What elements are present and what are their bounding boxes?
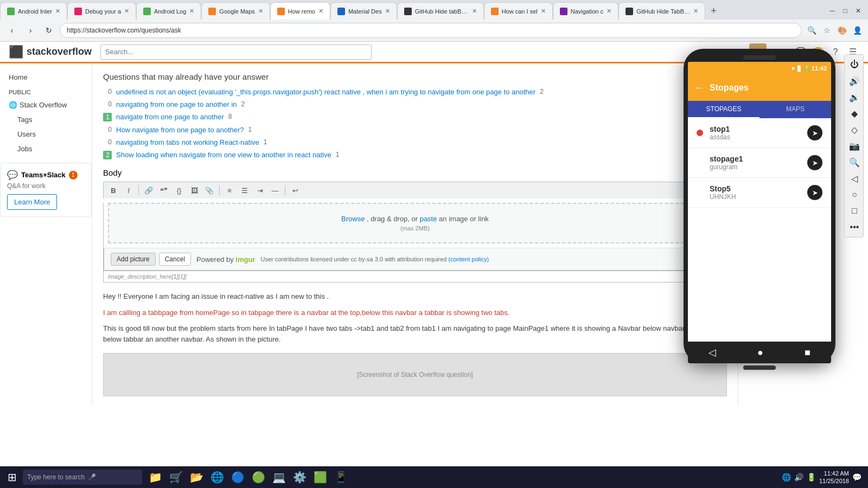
tab-close-9[interactable]: ✕ (607, 8, 611, 15)
brightness-button[interactable]: ◆ (847, 106, 862, 121)
close-button[interactable]: ✕ (853, 5, 864, 16)
back-button[interactable]: ‹ (4, 23, 20, 38)
start-button[interactable]: ⊞ (2, 467, 22, 487)
minimize-button[interactable]: ─ (827, 5, 838, 16)
search-input[interactable] (100, 44, 372, 60)
italic-button[interactable]: I (122, 184, 135, 196)
sidebar-item-jobs[interactable]: Jobs (0, 142, 92, 156)
phone-back-button[interactable]: ← (694, 82, 704, 94)
battery-status-icon[interactable]: 🔋 (807, 473, 816, 481)
browser-tab-3[interactable]: Android Log ✕ (136, 2, 201, 20)
tab-close-4[interactable]: ✕ (258, 8, 263, 15)
browser-tab-9[interactable]: Navigation c ✕ (553, 2, 619, 20)
browser-tab-8[interactable]: How can I sel ✕ (484, 2, 553, 20)
tab-close-7[interactable]: ✕ (472, 8, 477, 15)
tab-close-10[interactable]: ✕ (693, 8, 698, 15)
taskbar-app-4[interactable]: 🌐 (207, 467, 227, 487)
search-icon[interactable]: 🔍 (805, 24, 818, 37)
browser-tab-6[interactable]: Material Des ✕ (330, 2, 397, 20)
stop-nav-3[interactable]: ➤ (807, 185, 822, 200)
forward-button[interactable]: › (23, 23, 38, 38)
phone-tab-stopages[interactable]: STOPAGES (688, 101, 760, 118)
network-icon[interactable]: 🌐 (782, 473, 791, 481)
url-bar[interactable]: https://stackoverflow.com/questions/ask (60, 23, 802, 38)
sound-icon[interactable]: 🔊 (794, 473, 803, 481)
more-button[interactable]: ••• (847, 220, 862, 235)
indent-button[interactable]: ⇥ (253, 184, 266, 196)
sidebar-item-tags[interactable]: Tags (0, 112, 92, 127)
phone-recents-icon[interactable]: ■ (805, 347, 810, 358)
browser-tab-10[interactable]: GitHub Hide TabBar f ✕ (618, 2, 705, 20)
taskbar-app-2[interactable]: 🛒 (166, 467, 186, 487)
volume-down-button[interactable]: 🔉 (847, 89, 862, 105)
camera-button[interactable]: 📷 (847, 138, 862, 153)
link-button[interactable]: 🔗 (142, 184, 155, 196)
code-button[interactable]: {} (173, 184, 186, 196)
editor-area[interactable]: Browse , drag & drop, or paste an image … (103, 203, 727, 271)
tab-close-1[interactable]: ✕ (55, 8, 60, 15)
power-button[interactable]: ⏻ (847, 57, 862, 72)
back-ctrl-button[interactable]: ◁ (847, 171, 862, 186)
taskbar-mic-icon[interactable]: 🎤 (88, 473, 96, 481)
taskbar-app-5[interactable]: 🔵 (228, 467, 247, 487)
taskbar-app-3[interactable]: 📂 (187, 467, 206, 487)
phone-back-nav-icon[interactable]: ◁ (709, 346, 716, 358)
taskbar-app-6[interactable]: 🟢 (248, 467, 268, 487)
paste-link[interactable]: paste (420, 215, 437, 223)
learn-more-button[interactable]: Learn More (7, 194, 57, 210)
browse-link[interactable]: Browse (341, 215, 365, 223)
content-policy-link[interactable]: (content policy) (449, 256, 489, 262)
notification-icon[interactable]: 💬 (852, 473, 861, 481)
sidebar-item-home[interactable]: Home (0, 70, 92, 85)
stop-nav-2[interactable]: ➤ (807, 155, 822, 170)
eraser-button[interactable]: ◇ (847, 122, 862, 137)
circle-button[interactable]: ○ (847, 187, 862, 202)
tab-close-8[interactable]: ✕ (541, 8, 546, 15)
reload-button[interactable]: ↻ (41, 23, 56, 38)
ordered-list-button[interactable]: ≡ (223, 184, 236, 196)
phone-tab-maps[interactable]: MAPS (760, 101, 831, 118)
stop-nav-1[interactable]: ➤ (807, 125, 822, 140)
add-picture-button[interactable]: Add picture (111, 253, 156, 266)
q-link-4[interactable]: How navigate from one page to another? (116, 126, 244, 134)
browser-tab-1[interactable]: Android Inter ✕ (0, 2, 67, 20)
q-link-5[interactable]: navigating from tabs not working React-n… (116, 138, 259, 146)
color-icon[interactable]: 🎨 (835, 24, 848, 37)
bookmark-icon[interactable]: ☆ (820, 24, 833, 37)
phone-home-icon[interactable]: ● (757, 347, 763, 358)
sidebar-item-users[interactable]: Users (0, 127, 92, 142)
bold-button[interactable]: B (107, 184, 120, 196)
browser-tab-4[interactable]: Google Maps ✕ (201, 2, 270, 20)
q-link-2[interactable]: navigating from one page to another in (116, 100, 237, 108)
maximize-button[interactable]: □ (840, 5, 851, 16)
taskbar-app-10[interactable]: 📱 (331, 467, 350, 487)
zoom-in-button[interactable]: 🔍 (847, 155, 862, 170)
image-button[interactable]: 🖼 (188, 184, 201, 196)
undo-button[interactable]: ↩ (289, 184, 302, 196)
attachment-button[interactable]: 📎 (203, 184, 216, 196)
system-clock[interactable]: 11:42 AM 11/25/2018 (819, 470, 849, 485)
taskbar-app-8[interactable]: ⚙️ (290, 467, 309, 487)
sidebar-item-stackoverflow[interactable]: 🌐 Stack Overflow (0, 98, 92, 112)
tab-close-2[interactable]: ✕ (124, 8, 129, 15)
taskbar-app-9[interactable]: 🟩 (310, 467, 330, 487)
taskbar-app-7[interactable]: 💻 (269, 467, 289, 487)
cancel-button[interactable]: Cancel (159, 253, 191, 266)
browser-tab-2[interactable]: Debug your a ✕ (67, 2, 136, 20)
browser-tab-7[interactable]: GitHub Hide tabBar f ✕ (397, 2, 484, 20)
q-link-3[interactable]: navigate from one page to another (116, 113, 224, 121)
taskbar-app-1[interactable]: 📁 (145, 467, 165, 487)
tab-close-6[interactable]: ✕ (385, 8, 390, 15)
browser-tab-5[interactable]: How remo ✕ (270, 2, 330, 20)
unordered-list-button[interactable]: ☰ (238, 184, 251, 196)
blockquote-button[interactable]: ❝❞ (157, 184, 170, 196)
new-tab-button[interactable]: + (705, 5, 722, 17)
so-logo[interactable]: ⬛ stackoverflow (9, 45, 92, 59)
q-link-1[interactable]: undefined is not an object (evaluating '… (116, 88, 535, 96)
volume-up-button[interactable]: 🔊 (847, 73, 862, 88)
tab-close-3[interactable]: ✕ (189, 8, 194, 15)
so-search[interactable] (100, 44, 372, 60)
taskbar-search[interactable]: Type here to search 🎤 (23, 470, 142, 485)
q-link-6[interactable]: Show loading when navigate from one view… (116, 151, 331, 159)
account-icon[interactable]: 👤 (851, 24, 864, 37)
